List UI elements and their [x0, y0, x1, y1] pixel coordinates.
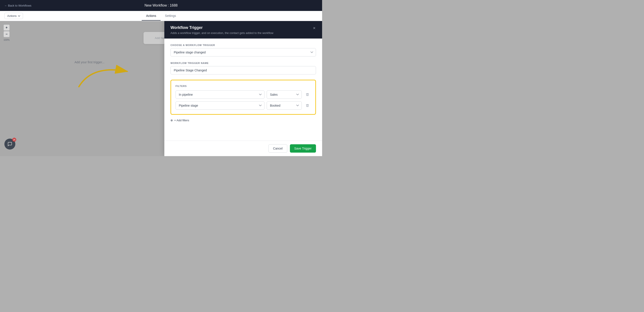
- panel-body: CHOOSE A WORKFLOW TRIGGER Pipeline stage…: [164, 38, 322, 141]
- filter-row-2: Pipeline stage Booked: [176, 101, 311, 110]
- save-trigger-button[interactable]: Save Trigger: [290, 144, 316, 153]
- close-panel-button[interactable]: ×: [312, 25, 316, 31]
- panel-title: Workflow Trigger: [170, 25, 274, 30]
- tab-bar: Actions Settings: [142, 11, 180, 20]
- trigger-name-input[interactable]: Pipeline Stage Changed: [170, 66, 316, 74]
- filter-row-1: In pipeline Sales: [176, 90, 311, 99]
- trigger-name-label: WORKFLOW TRIGGER NAME: [170, 62, 316, 64]
- filter-1-left-select[interactable]: In pipeline: [176, 90, 264, 99]
- trash-icon: [306, 104, 309, 107]
- filter-1-delete-button[interactable]: [304, 91, 311, 98]
- add-filters-icon: ⊕: [170, 119, 173, 122]
- panel-footer: Cancel Save Trigger: [164, 141, 322, 156]
- back-to-workflows-link[interactable]: ← Back to Workflows: [4, 4, 31, 7]
- trigger-name-section: WORKFLOW TRIGGER NAME Pipeline Stage Cha…: [170, 62, 316, 74]
- filter-1-right-select[interactable]: Sales: [267, 90, 302, 99]
- panel-subtitle: Adds a workflow trigger, and on executio…: [170, 31, 274, 34]
- tab-settings[interactable]: Settings: [160, 11, 180, 20]
- trigger-type-section: CHOOSE A WORKFLOW TRIGGER Pipeline stage…: [170, 44, 316, 56]
- actions-button[interactable]: Actions: [4, 13, 23, 19]
- filters-section: FILTERS In pipeline Sales: [170, 80, 316, 115]
- filter-2-right-select[interactable]: Booked: [267, 101, 302, 110]
- panel-header: Workflow Trigger Adds a workflow trigger…: [164, 21, 322, 38]
- canvas-area: + − 100% Add New Trigger Add your first …: [0, 21, 322, 156]
- workflow-trigger-panel: Workflow Trigger Adds a workflow trigger…: [164, 21, 322, 156]
- cancel-button[interactable]: Cancel: [268, 144, 287, 153]
- sub-navigation: Actions Actions Settings: [0, 11, 322, 21]
- filter-2-left-select[interactable]: Pipeline stage: [176, 101, 264, 110]
- filters-label: FILTERS: [176, 85, 311, 87]
- trash-icon: [306, 93, 309, 96]
- tab-actions[interactable]: Actions: [142, 11, 160, 20]
- trigger-type-label: CHOOSE A WORKFLOW TRIGGER: [170, 44, 316, 46]
- chevron-down-icon: [18, 15, 20, 17]
- add-filters-link[interactable]: ⊕ + Add filters: [170, 119, 189, 122]
- trigger-type-select[interactable]: Pipeline stage changed: [170, 48, 316, 56]
- top-navigation: ← Back to Workflows New Workflow : 1688: [0, 0, 322, 11]
- filter-2-delete-button[interactable]: [304, 102, 311, 109]
- add-filters-label: + Add filters: [174, 119, 189, 122]
- page-title: New Workflow : 1688: [144, 3, 178, 7]
